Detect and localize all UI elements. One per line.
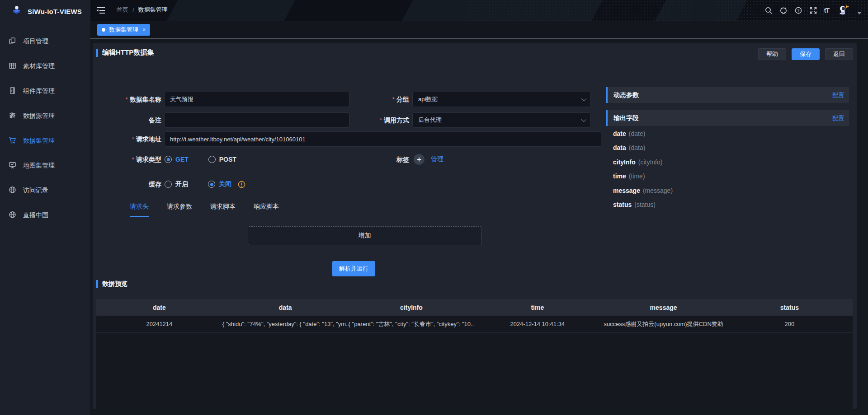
cell-date: 20241214	[96, 321, 222, 327]
radio-post-label[interactable]: POST	[219, 156, 236, 163]
column-header: message	[600, 304, 726, 311]
sidebar-item-atlas[interactable]: 地图集管理	[0, 153, 90, 178]
font-size-icon[interactable]: tT	[824, 7, 829, 14]
copy-icon	[8, 37, 17, 47]
search-icon[interactable]	[764, 6, 773, 14]
tab-response-script[interactable]: 响应脚本	[254, 203, 279, 217]
cell-status: 200	[726, 321, 853, 327]
preview-table-body: 20241214 { "shidu": "74%", "yesterday": …	[96, 316, 853, 409]
tab-request-params[interactable]: 请求参数	[167, 203, 192, 217]
request-url-input[interactable]	[164, 131, 601, 147]
output-fields-list: date (date) data (data) cityInfo (cityIn…	[613, 126, 673, 212]
call-mode-select[interactable]: 后台代理	[412, 112, 591, 128]
cell-data: { "shidu": "74%", "yesterday": { "date":…	[222, 321, 349, 327]
cell-cityinfo: { "parent": "吉林", "city": "长春市", "cityke…	[349, 320, 475, 328]
column-header: data	[222, 304, 349, 311]
sidebar-item-label: 数据源管理	[23, 112, 55, 120]
tab-request-headers[interactable]: 请求头	[130, 203, 149, 217]
sidebar-item-material-library[interactable]: 素材库管理	[0, 54, 90, 79]
breadcrumb-home[interactable]: 首页	[117, 6, 128, 14]
close-icon[interactable]: ×	[142, 27, 146, 33]
column-header: time	[474, 304, 600, 311]
dynamic-params-config-link[interactable]: 配置	[832, 91, 844, 99]
board-icon	[8, 161, 17, 171]
avatar[interactable]	[837, 4, 850, 17]
add-tag-button[interactable]	[414, 154, 425, 165]
request-type-label: *请求类型	[93, 152, 161, 167]
breadcrumb: 首页 / 数据集管理	[117, 6, 168, 14]
page-title: 编辑HTTP数据集	[96, 48, 154, 57]
radio-cache-off-label[interactable]: 关闭	[219, 180, 231, 188]
save-button[interactable]: 保存	[792, 48, 820, 60]
fullscreen-icon[interactable]	[809, 6, 817, 14]
dynamic-params-header: 动态参数 配置	[606, 87, 849, 103]
sidebar-item-access-log[interactable]: 访问记录	[0, 178, 90, 203]
chevron-down-icon	[581, 117, 586, 122]
editor-card: 编辑HTTP数据集 帮助 保存 返回 *数据集名称 *分组 api数据 备注 *…	[93, 43, 857, 409]
tab-label: 数据集管理	[109, 26, 138, 34]
grid-icon	[8, 61, 17, 71]
cell-time: 2024-12-14 10:41:34	[474, 321, 600, 327]
radio-get-label[interactable]: GET	[175, 156, 189, 163]
sidebar-item-component-library[interactable]: 组件库管理	[0, 79, 90, 103]
help-button[interactable]: 帮助	[758, 48, 786, 60]
radio-post[interactable]	[208, 156, 216, 163]
output-field-row: data (data)	[613, 141, 673, 155]
output-fields-header: 输出字段 配置	[606, 110, 849, 126]
chevron-down-icon	[581, 96, 586, 101]
tab-dataset-management[interactable]: 数据集管理 ×	[97, 24, 150, 36]
add-header-button[interactable]: 增加	[248, 226, 481, 245]
tags-row: 管理	[414, 152, 443, 167]
radio-cache-on-label[interactable]: 开启	[175, 180, 188, 188]
column-header: date	[96, 304, 222, 311]
sidebar: SiWu-IoT-VIEWS 项目管理 素材库管理 组件库管理 数据源管理 数据…	[0, 0, 90, 415]
dataset-name-input[interactable]	[164, 92, 349, 107]
output-field-row: time (time)	[613, 169, 673, 184]
remark-input[interactable]	[164, 112, 349, 128]
collapse-sidebar-icon[interactable]	[96, 6, 106, 15]
group-select[interactable]: api数据	[412, 92, 591, 107]
caret-down-icon[interactable]	[857, 12, 862, 14]
sidebar-item-datasource[interactable]: 数据源管理	[0, 103, 90, 128]
sidebar-item-live-china[interactable]: 直播中国	[0, 203, 90, 228]
column-header: status	[726, 304, 853, 311]
request-tabs: 请求头 请求参数 请求脚本 响应脚本	[130, 197, 601, 217]
radio-cache-on[interactable]	[165, 181, 172, 188]
help-icon[interactable]: ?	[794, 6, 802, 14]
tags-label: 标签	[340, 152, 409, 167]
app-logo: SiWu-IoT-VIEWS	[0, 0, 90, 23]
output-fields-config-link[interactable]: 配置	[832, 114, 844, 122]
output-field-row: status (status)	[613, 198, 673, 212]
data-preview-title: 数据预览	[96, 280, 127, 288]
back-button[interactable]: 返回	[825, 48, 853, 60]
cell-message: success感谢又拍云(upyun.com)提供CDN赞助	[600, 320, 726, 328]
tab-request-script[interactable]: 请求脚本	[210, 203, 236, 217]
app-title: SiWu-IoT-VIEWS	[28, 8, 82, 15]
sidebar-item-dataset[interactable]: 数据集管理	[0, 128, 90, 153]
sidebar-item-label: 项目管理	[23, 37, 48, 46]
table-row[interactable]: 20241214 { "shidu": "74%", "yesterday": …	[96, 316, 853, 333]
breadcrumb-separator: /	[132, 7, 134, 14]
logo-icon	[11, 5, 23, 18]
active-tab-dot-icon	[102, 28, 105, 32]
output-field-row: cityInfo (cityInfo)	[613, 155, 673, 169]
warning-icon[interactable]	[238, 181, 245, 188]
globe-icon	[8, 186, 17, 196]
parse-and-run-button[interactable]: 解析并运行	[332, 261, 375, 276]
sidebar-item-label: 直播中国	[23, 211, 48, 219]
sidebar-item-label: 地图集管理	[23, 162, 55, 170]
request-type-radio-group: GET POST	[165, 152, 236, 167]
manage-tags-link[interactable]: 管理	[431, 155, 443, 163]
radio-cache-off[interactable]	[208, 181, 215, 188]
output-field-row: message (message)	[613, 183, 673, 198]
sidebar-item-label: 组件库管理	[23, 87, 55, 95]
radio-get[interactable]	[165, 156, 172, 163]
remark-label: 备注	[93, 112, 161, 128]
sidebar-item-projects[interactable]: 项目管理	[0, 29, 90, 54]
topbar: 首页 / 数据集管理 ? tT	[90, 0, 868, 21]
breadcrumb-current: 数据集管理	[138, 6, 168, 14]
dataset-name-label: *数据集名称	[93, 92, 161, 107]
github-icon[interactable]	[779, 6, 788, 14]
sliders-icon	[8, 111, 17, 121]
sidebar-item-label: 数据集管理	[23, 137, 55, 145]
